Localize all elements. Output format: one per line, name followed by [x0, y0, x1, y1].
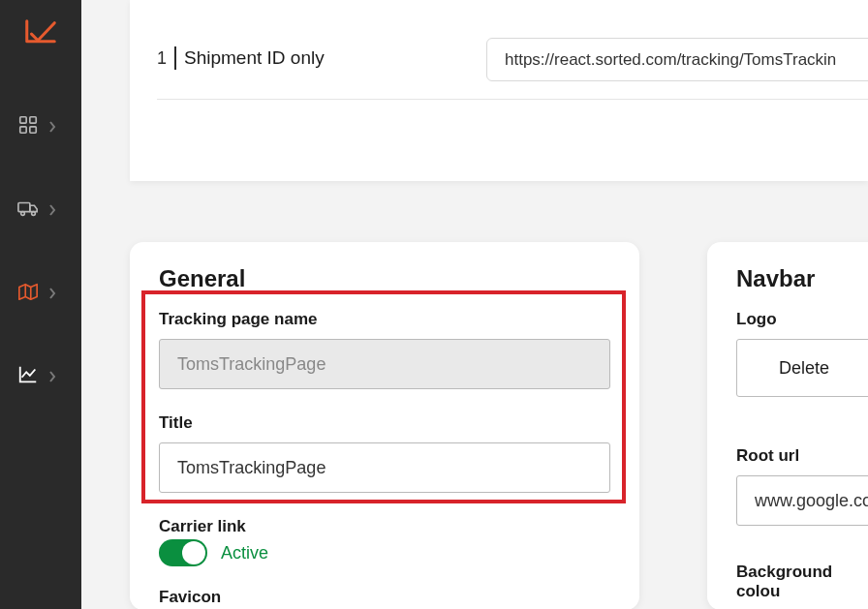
general-card: General Tracking page name Title Carrier… [130, 242, 639, 609]
navbar-card: Navbar Logo Delete Root url Background c… [707, 242, 868, 609]
toggle-knob [182, 541, 205, 564]
chevron-right-icon [48, 286, 56, 297]
sidebar-item-analytics[interactable] [0, 351, 81, 398]
url-format-panel: 1 Shipment ID only [130, 0, 868, 181]
title-label: Title [159, 413, 610, 433]
carrier-link-toggle[interactable] [159, 539, 207, 566]
tracking-name-label: Tracking page name [159, 310, 610, 329]
chart-line-icon [17, 364, 39, 385]
grid-icon [17, 114, 39, 136]
svg-rect-2 [20, 127, 26, 133]
sidebar-item-tracking[interactable] [0, 268, 81, 315]
svg-rect-4 [18, 203, 30, 212]
row-divider [174, 46, 176, 70]
logo-check-icon [22, 17, 59, 48]
url-readonly-input[interactable] [486, 38, 868, 81]
chevron-right-icon [48, 119, 56, 131]
svg-rect-0 [20, 117, 26, 123]
carrier-link-status: Active [221, 543, 268, 563]
truck-icon [17, 198, 39, 219]
svg-point-5 [21, 212, 25, 216]
row-index: 1 [157, 48, 167, 69]
sidebar-item-grid[interactable] [0, 102, 81, 148]
root-url-input[interactable] [736, 475, 868, 526]
row-label: Shipment ID only [184, 47, 325, 69]
app-sidebar [0, 0, 81, 609]
map-icon [17, 281, 39, 302]
svg-point-6 [32, 212, 36, 216]
favicon-label: Favicon [159, 588, 610, 607]
logo-label: Logo [736, 310, 868, 329]
carrier-link-label: Carrier link [159, 517, 610, 536]
tracking-name-input[interactable] [159, 339, 610, 389]
chevron-right-icon [48, 202, 56, 214]
url-format-row: 1 Shipment ID only [157, 46, 868, 100]
background-colour-label: Background colou [736, 563, 868, 601]
title-input[interactable] [159, 442, 610, 493]
general-title: General [159, 265, 610, 292]
navbar-title: Navbar [736, 265, 868, 292]
sidebar-item-shipping[interactable] [0, 185, 81, 231]
chevron-right-icon [48, 369, 56, 381]
svg-rect-1 [30, 117, 36, 123]
svg-rect-3 [30, 127, 36, 133]
root-url-label: Root url [736, 446, 868, 466]
carrier-link-toggle-row: Active [159, 539, 610, 566]
delete-logo-button[interactable]: Delete [736, 339, 868, 397]
